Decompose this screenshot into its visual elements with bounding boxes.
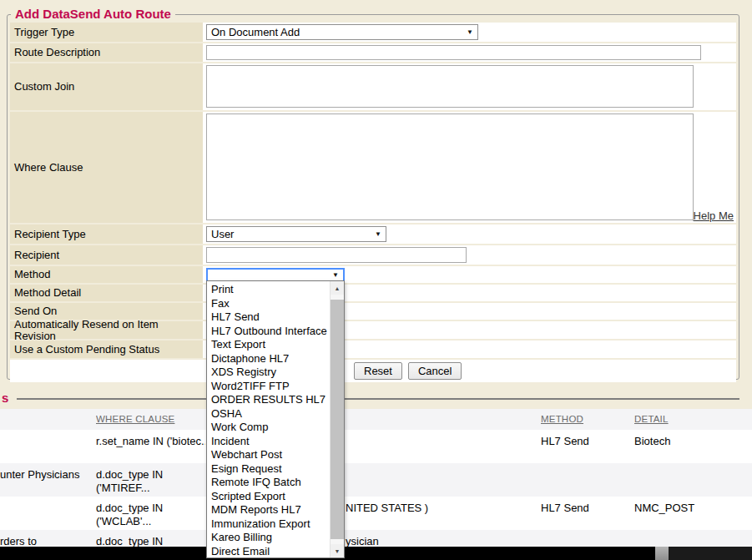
method-dropdown-options: Print Fax HL7 Send HL7 Outbound Interfac… — [207, 281, 330, 557]
where-line: ('MTIREF... — [96, 482, 205, 495]
status-bar — [0, 547, 752, 560]
dropdown-option[interactable]: Scripted Export — [207, 490, 330, 504]
table-row: r.set_name IN ('biotec.. HL7 Send Biotec… — [0, 430, 752, 463]
dropdown-option[interactable]: Work Comp — [207, 421, 330, 435]
route-where-cell: d.doc_type IN ('WCLAB'... — [96, 502, 205, 528]
custom-join-label: Custom Join — [10, 63, 203, 110]
custom-join-textarea[interactable] — [206, 65, 694, 108]
chevron-down-icon: ▼ — [375, 231, 381, 238]
row-recipient-type: Recipient Type User ▼ — [10, 225, 736, 244]
route-method-cell: HL7 Send — [541, 502, 589, 515]
dropdown-option[interactable]: Incident — [207, 435, 330, 449]
scrollbar-thumb[interactable] — [331, 300, 344, 539]
custom-pending-label: Use a Custom Pending Status — [10, 341, 203, 358]
route-detail-cell: NMC_POST — [634, 502, 694, 515]
dropdown-option[interactable]: Fax — [207, 297, 330, 311]
routes-fieldset-border — [17, 398, 739, 400]
header-method[interactable]: METHOD — [541, 414, 583, 424]
row-method: Method ▼ — [10, 266, 736, 283]
route-where-cell: r.set_name IN ('biotec.. — [96, 435, 205, 448]
dropdown-option[interactable]: Word2TIFF FTP — [207, 380, 330, 394]
row-method-detail: Method Detail — [10, 285, 736, 301]
row-auto-resend: Automatically Resend on Item Revision — [10, 321, 736, 339]
recipient-type-select[interactable]: User ▼ — [206, 226, 386, 242]
route-method-cell: HL7 Send — [541, 435, 589, 448]
dropdown-option[interactable]: OSHA — [207, 407, 330, 421]
dropdown-option[interactable]: Esign Request — [207, 462, 330, 477]
dropdown-option[interactable]: Dictaphone HL7 — [207, 352, 330, 366]
row-custom-join: Custom Join — [10, 63, 736, 110]
route-detail-cell: Biotech — [634, 435, 670, 448]
scroll-down-icon[interactable]: ▼ — [331, 544, 344, 557]
row-route-description: Route Description — [10, 43, 736, 62]
dropdown-option[interactable]: Immunization Export — [207, 517, 330, 532]
dropdown-scrollbar[interactable]: ▲ ▼ — [330, 281, 344, 557]
dropdown-option[interactable]: HL7 Outbound Interface — [207, 325, 330, 339]
route-description-cell: unter Physicians — [0, 468, 92, 482]
routes-table: WHERE CLAUSE METHOD DETAIL r.set_name IN… — [0, 409, 752, 558]
table-row: d.doc_type IN ('WCLAB'... NITED STATES )… — [0, 497, 752, 530]
dropdown-option[interactable]: Print — [207, 283, 330, 297]
fieldset-legend: Add DataSend Auto Route — [11, 7, 175, 21]
method-dropdown-list: Print Fax HL7 Send HL7 Outbound Interfac… — [206, 280, 345, 558]
dropdown-option[interactable]: ORDER RESULTS HL7 — [207, 393, 330, 407]
dropdown-option[interactable]: Webchart Post — [207, 448, 330, 462]
routes-fieldset-legend: s — [2, 391, 8, 405]
where-line: d.doc_type IN — [96, 502, 205, 515]
dropdown-option[interactable]: Remote IFQ Batch — [207, 476, 330, 490]
trigger-type-select[interactable]: On Document Add ▼ — [206, 24, 478, 40]
where-clause-textarea[interactable] — [206, 114, 694, 220]
recipient-type-label: Recipient Type — [10, 225, 203, 244]
row-recipient: Recipient — [10, 245, 736, 265]
row-send-on: Send On — [10, 303, 736, 320]
routes-table-header: WHERE CLAUSE METHOD DETAIL — [0, 409, 752, 430]
where-line: ('WCLAB'... — [96, 515, 205, 528]
recipient-input[interactable] — [206, 247, 467, 263]
method-detail-label: Method Detail — [10, 285, 203, 301]
dropdown-option[interactable]: Direct Email — [207, 545, 330, 558]
row-where-clause: Where Clause Help Me — [10, 112, 736, 223]
page: Add DataSend Auto Route Trigger Type On … — [0, 0, 752, 560]
dropdown-option[interactable]: MDM Reports HL7 — [207, 503, 330, 517]
dropdown-option[interactable]: Text Export — [207, 338, 330, 352]
row-trigger-type: Trigger Type On Document Add ▼ — [10, 23, 736, 42]
where-clause-label: Where Clause — [10, 112, 203, 223]
cancel-button[interactable]: Cancel — [408, 362, 462, 380]
form-button-row: Reset Cancel — [10, 360, 736, 382]
header-detail[interactable]: DETAIL — [634, 414, 669, 424]
add-route-fieldset: Add DataSend Auto Route Trigger Type On … — [7, 14, 739, 380]
send-on-label: Send On — [10, 303, 203, 320]
help-me-link[interactable]: Help Me — [694, 209, 734, 222]
scrollbar-handle[interactable] — [655, 547, 669, 560]
where-line: r.set_name IN ('biotec.. — [96, 435, 205, 448]
where-line: d.doc_type IN — [96, 468, 205, 482]
chevron-down-icon: ▼ — [332, 272, 339, 279]
dropdown-option[interactable]: HL7 Send — [207, 310, 330, 325]
status-bar-right-segment — [669, 547, 752, 560]
table-row: unter Physicians d.doc_type IN ('MTIREF.… — [0, 463, 752, 497]
method-label: Method — [10, 266, 203, 283]
reset-button[interactable]: Reset — [354, 362, 402, 380]
route-where-cell: d.doc_type IN ('MTIREF... — [96, 468, 205, 495]
dropdown-option[interactable]: Kareo Billing — [207, 531, 330, 545]
header-where-clause[interactable]: WHERE CLAUSE — [96, 414, 205, 424]
auto-resend-label: Automatically Resend on Item Revision — [10, 321, 203, 339]
scroll-up-icon[interactable]: ▲ — [331, 281, 344, 295]
chevron-down-icon: ▼ — [467, 29, 473, 36]
recipient-label: Recipient — [10, 245, 203, 265]
route-extra-cell: NITED STATES ) — [346, 502, 428, 515]
dropdown-option[interactable]: XDS Registry — [207, 366, 330, 380]
route-description-label: Route Description — [10, 43, 203, 62]
route-description-input[interactable] — [206, 45, 701, 60]
row-custom-pending: Use a Custom Pending Status — [10, 341, 736, 358]
recipient-type-selected-value: User — [211, 228, 234, 240]
trigger-type-selected-value: On Document Add — [211, 26, 300, 38]
trigger-type-label: Trigger Type — [10, 23, 203, 42]
